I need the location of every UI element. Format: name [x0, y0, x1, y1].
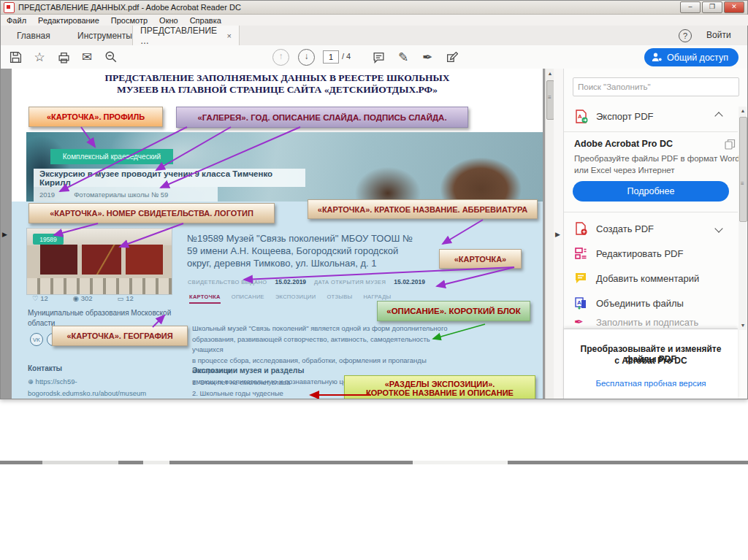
menu-view[interactable]: Просмотр	[111, 16, 148, 25]
document-scrollbar[interactable]: ▲	[545, 69, 554, 399]
tab-document-label: ПРЕДСТАВЛЕНИЕ …	[140, 26, 220, 46]
email-icon[interactable]: ✉	[78, 48, 96, 66]
museum-link-line1[interactable]: ⊕ https://sch59-	[28, 377, 77, 386]
free-trial-link[interactable]: Бесплатная пробная версия	[564, 379, 738, 388]
nav-pane-toggle-icon[interactable]: ▶	[2, 231, 7, 238]
svg-text:A: A	[578, 113, 582, 120]
sign-in-button[interactable]: Войти	[706, 30, 731, 40]
menu-file[interactable]: Файл	[7, 16, 26, 25]
sign-icon[interactable]: ✒	[419, 48, 436, 66]
photo-caption: Экскурсию в музее проводит ученик 9 клас…	[34, 169, 305, 187]
share-button[interactable]: Общий доступ	[644, 48, 739, 66]
menu-edit[interactable]: Редактирование	[38, 16, 99, 25]
label-geography: «КАРТОЧКА». ГЕОГРАФИЯ	[52, 326, 188, 346]
card-tab-reviews[interactable]: ОТЗЫВЫ	[327, 294, 352, 304]
star-icon[interactable]: ☆	[31, 48, 48, 66]
sidebar-scroll-down-icon[interactable]: ▼	[739, 321, 747, 330]
vk-icon[interactable]: VK	[30, 333, 43, 346]
museum-name: №19589 Музей "Связь поколений" МБОУ ТООШ…	[187, 232, 443, 269]
pdf-view[interactable]: ПРЕДСТАВЛЕНИЕ ЗАПОЛНЯЕМЫХ ДАННЫХ В РЕЕСТ…	[1, 69, 545, 399]
thumbnail-banner	[82, 245, 121, 275]
fill-sign-label: Заполнить и подписать	[596, 317, 698, 328]
title-bar[interactable]: ПРЕДСТАВЛЕНИЕ ДАННЫХ.pdf - Adobe Acrobat…	[1, 1, 747, 15]
thumbnail-banner	[40, 245, 77, 275]
sections-line1: «РАЗДЕЛЫ ЭКСПОЗИЦИИ».	[385, 380, 495, 388]
label-gallery: «ГАЛЕРЕЯ». ГОД. ОПИСАНИЕ СЛАЙДА. ПОДПИСЬ…	[176, 107, 468, 128]
tool-create-pdf[interactable]: Создать PDF	[564, 216, 738, 241]
edit-pdf-icon	[574, 247, 596, 260]
card-tab-card[interactable]: КАРТОЧКА	[189, 294, 221, 304]
sidebar-scrollbar[interactable]: ▲ ▼	[739, 107, 747, 330]
tool-combine-files[interactable]: A Объединить файлы	[564, 291, 738, 315]
tab-document[interactable]: ПРЕДСТАВЛЕНИЕ … ×	[132, 26, 240, 45]
tool-export-pdf[interactable]: A Экспорт PDF	[564, 104, 738, 129]
stamp-icon[interactable]	[443, 48, 460, 66]
page-total: / 4	[342, 52, 351, 61]
certificate-row: СВИДЕТЕЛЬСТВО ВЫДАНО 15.02.2019 ДАТА ОТК…	[188, 278, 425, 285]
pro-dc-title: Adobe Acrobat Pro DC	[574, 139, 673, 149]
card-tab-expositions[interactable]: ЭКСПОЗИЦИИ	[275, 294, 316, 304]
combine-files-icon: A	[574, 296, 596, 310]
more-button[interactable]: Подробнее	[573, 181, 729, 202]
promo-line2: с Acrobat Pro DC	[564, 356, 738, 366]
pro-dc-desc-1: Преобразуйте файлы PDF в формат Word	[574, 154, 740, 163]
tool-fill-sign[interactable]: ✒ Заполнить и подписать	[564, 315, 738, 329]
share-person-icon	[652, 53, 663, 62]
search-input[interactable]	[573, 77, 739, 96]
highlight-icon[interactable]: ✎	[394, 48, 412, 66]
taskbar-segment	[42, 461, 118, 464]
card-stats: ♡ 12 ◉ 302 ▭ 12	[32, 294, 134, 302]
open-date: 15.02.2019	[394, 278, 425, 285]
open-date-label: ДАТА ОТКРЫТИЯ МУЗЕЯ	[314, 279, 386, 285]
minimize-button[interactable]: –	[680, 1, 701, 13]
expand-icon[interactable]	[714, 224, 722, 232]
tool-edit-pdf[interactable]: Редактировать PDF	[564, 241, 738, 266]
svg-text:A: A	[577, 299, 581, 306]
comments-count: 12	[126, 294, 134, 302]
previous-page-icon[interactable]: ↑	[272, 49, 289, 66]
taskbar-edge	[0, 461, 748, 464]
maximize-button[interactable]: ❐	[702, 1, 722, 13]
tab-tools[interactable]: Инструменты	[70, 26, 140, 45]
menu-window[interactable]: Окно	[159, 16, 178, 25]
likes-icon: ♡	[32, 294, 40, 302]
print-icon[interactable]	[55, 48, 72, 66]
window-title: ПРЕДСТАВЛЕНИЕ ДАННЫХ.pdf - Adobe Acrobat…	[18, 3, 241, 12]
geography-text-2: области	[28, 319, 55, 327]
export-pdf-icon: A	[574, 110, 596, 123]
next-page-icon[interactable]: ↓	[298, 49, 315, 66]
tab-close-icon[interactable]: ×	[227, 31, 232, 40]
combine-files-label: Объединить файлы	[596, 298, 684, 309]
photo-credit-text: Фотоматериалы школы № 59	[74, 191, 168, 199]
save-icon[interactable]	[7, 48, 24, 66]
contacts-label: Контакты	[28, 364, 62, 372]
photo-credit: 2019 Фотоматериалы школы № 59	[34, 187, 218, 202]
create-pdf-label: Создать PDF	[596, 223, 654, 234]
content-area: ПРЕДСТАВЛЕНИЕ ЗАПОЛНЯЕМЫХ ДАННЫХ В РЕЕСТ…	[1, 69, 747, 399]
tools-panel-toggle-icon[interactable]: ▶	[555, 231, 560, 238]
close-button[interactable]: ✕	[724, 1, 744, 13]
sidebar-scrollbar-thumb[interactable]	[739, 117, 747, 222]
share-label: Общий доступ	[667, 53, 728, 63]
museum-type-badge: Комплексный краеведческий	[50, 149, 173, 164]
zoom-icon[interactable]	[102, 48, 120, 66]
sections-line2-clipped: КОРОТКОЕ НАЗВАНИЕ И ОПИСАНИЕ	[366, 388, 514, 397]
help-icon[interactable]: ?	[679, 29, 692, 42]
views-count: 302	[81, 294, 93, 302]
toolbar: ☆ ✉ ↑ ↓ / 4 ✎ ✒ Общий доступ	[1, 45, 747, 69]
page-number-input[interactable]	[323, 50, 339, 64]
acrobat-window: ПРЕДСТАВЛЕНИЕ ДАННЫХ.pdf - Adobe Acrobat…	[0, 0, 748, 399]
comment-icon[interactable]	[370, 48, 387, 66]
geography-text: Муниципальные образования Московской	[28, 309, 171, 317]
museum-link-line2[interactable]: bogorodsk.edumsko.ru/about/museum	[28, 389, 146, 397]
tool-add-comment[interactable]: Добавить комментарий	[564, 266, 738, 291]
tools-sidebar: A Экспорт PDF Adobe Acrobat Pro DC Преоб…	[563, 69, 747, 399]
tab-home[interactable]: Главная	[9, 26, 58, 45]
menu-help[interactable]: Справка	[190, 16, 221, 25]
taskbar-segment	[413, 461, 508, 464]
collapse-icon[interactable]	[714, 112, 722, 120]
add-comment-icon	[574, 272, 596, 285]
sidebar-scroll-up-icon[interactable]: ▲	[739, 107, 747, 115]
card-tab-description[interactable]: ОПИСАНИЕ	[232, 294, 264, 304]
likes-count: 12	[40, 294, 48, 302]
